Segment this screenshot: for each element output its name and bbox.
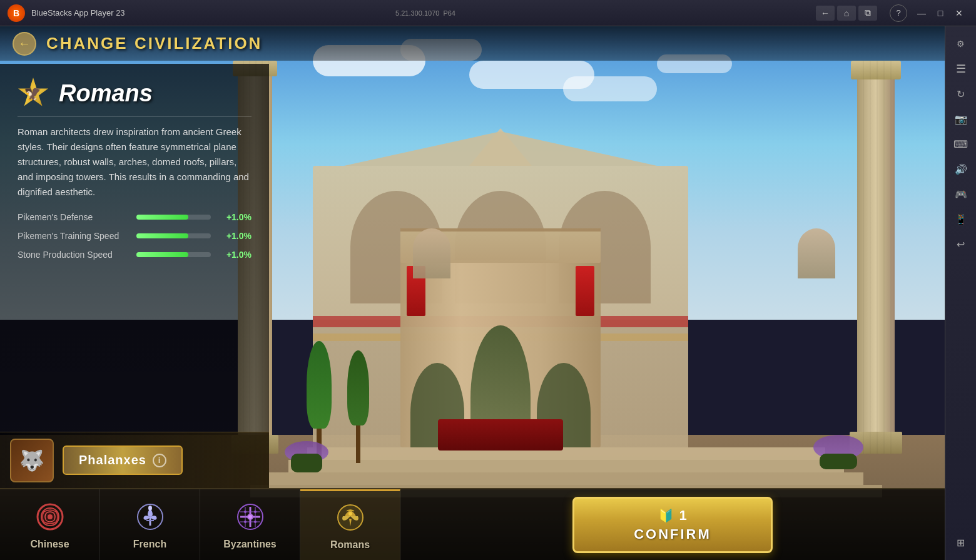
sidebar-apps-icon[interactable]: 📱 xyxy=(950,208,972,230)
confirm-cost-icon: 🔰 xyxy=(658,508,674,523)
unit-name-label: Phalanxes xyxy=(79,453,146,467)
confirm-count-row: 🔰 1 xyxy=(658,507,686,524)
romans-label: Romans xyxy=(330,539,370,551)
chinese-icon xyxy=(33,500,67,534)
confirm-section: 🔰 1 CONFIRM xyxy=(400,489,945,560)
confirm-label: CONFIRM xyxy=(634,526,711,542)
back-icon: ← xyxy=(18,36,31,51)
civ-name: Romans xyxy=(59,80,153,107)
statue-left xyxy=(413,228,450,278)
statue-right xyxy=(798,228,835,278)
red-carpet xyxy=(438,419,563,451)
unit-info-icon: i xyxy=(153,454,166,467)
unit-icon: 🐺 xyxy=(10,439,54,482)
stat-value-2: +1.0% xyxy=(217,231,252,241)
nav-controls: ← ⌂ ⧉ xyxy=(816,6,877,21)
sidebar-back-icon[interactable]: ↩ xyxy=(950,233,972,255)
stat-bar-3 xyxy=(136,252,211,257)
copy-nav-btn[interactable]: ⧉ xyxy=(858,6,877,21)
unit-name-button[interactable]: Phalanxes i xyxy=(63,445,183,475)
svg-point-1 xyxy=(48,514,53,519)
stat-bar-2 xyxy=(136,233,211,238)
svg-point-7 xyxy=(244,511,247,513)
titlebar: B BlueStacks App Player 23 5.21.300.1070… xyxy=(0,0,976,26)
french-icon xyxy=(133,500,167,534)
stat-label-3: Stone Production Speed xyxy=(18,250,130,260)
stat-fill-2 xyxy=(136,233,188,238)
svg-point-12 xyxy=(348,512,352,516)
confirm-count-num: 1 xyxy=(679,507,686,524)
civ-emblem: 🦅 xyxy=(18,78,49,109)
stats-container: Pikemen's Defense +1.0% Pikemen's Traini… xyxy=(18,212,252,260)
app-logo: B xyxy=(8,4,25,22)
svg-point-10 xyxy=(254,521,257,523)
sidebar-rotate-icon[interactable]: ↻ xyxy=(950,83,972,105)
back-nav-btn[interactable]: ← xyxy=(816,6,835,21)
civ-bar: Chinese French xyxy=(0,488,945,560)
right-column xyxy=(857,61,895,454)
civ-tab-chinese[interactable]: Chinese xyxy=(0,489,100,560)
special-unit-section: 🐺 Phalanxes i xyxy=(0,432,269,488)
stat-row-2: Pikemen's Training Speed +1.0% xyxy=(18,231,252,241)
confirm-button[interactable]: 🔰 1 CONFIRM xyxy=(572,497,773,553)
home-nav-btn[interactable]: ⌂ xyxy=(837,6,856,21)
tree-2 xyxy=(347,350,369,463)
right-sidebar: ⚙ ☰ ↻ 📷 ⌨ 🔊 🎮 📱 ↩ ⊞ xyxy=(945,26,976,560)
french-label: French xyxy=(133,539,166,550)
restore-button[interactable]: □ xyxy=(931,6,950,21)
civ-tab-romans[interactable]: Romans xyxy=(300,489,400,560)
civ-tab-french[interactable]: French xyxy=(100,489,200,560)
sidebar-expand-icon[interactable]: ⊞ xyxy=(950,531,972,554)
sidebar-keyboard-icon[interactable]: ⌨ xyxy=(950,133,972,155)
stat-value-3: +1.0% xyxy=(217,250,252,260)
svg-point-8 xyxy=(254,511,257,513)
header-bar: ← CHANGE CIVILIZATION xyxy=(0,26,945,61)
cloud-4 xyxy=(563,76,657,101)
sidebar-settings-icon[interactable]: ⚙ xyxy=(950,33,972,55)
sidebar-gamepad-icon[interactable]: 🎮 xyxy=(950,183,972,205)
page-title: CHANGE CIVILIZATION xyxy=(46,34,262,53)
sidebar-screenshot-icon[interactable]: 📷 xyxy=(950,108,972,130)
game-area: ← CHANGE CIVILIZATION 🦅 Romans Roman arc… xyxy=(0,26,945,560)
byzantines-icon xyxy=(233,500,267,534)
app-title: BlueStacks App Player 23 xyxy=(31,8,392,18)
app-version: 5.21.300.1070 xyxy=(395,9,439,17)
stat-value-1: +1.0% xyxy=(217,212,252,222)
sidebar-volume-icon[interactable]: 🔊 xyxy=(950,158,972,180)
info-panel: 🦅 Romans Roman architects drew inspirati… xyxy=(0,64,269,488)
help-button[interactable]: ? xyxy=(890,4,907,22)
flowers-right xyxy=(813,435,870,469)
app-build: P64 xyxy=(443,9,455,17)
flowers-left xyxy=(282,441,332,472)
sidebar-menu-icon[interactable]: ☰ xyxy=(950,58,972,80)
stat-fill-3 xyxy=(136,252,188,257)
stat-fill-1 xyxy=(136,215,188,220)
chinese-label: Chinese xyxy=(30,539,69,550)
svg-point-3 xyxy=(148,506,152,511)
back-button[interactable]: ← xyxy=(13,32,36,56)
svg-point-9 xyxy=(244,521,247,523)
minimize-button[interactable]: — xyxy=(912,6,931,21)
close-button[interactable]: ✕ xyxy=(950,6,968,21)
civ-title-row: 🦅 Romans xyxy=(18,78,252,117)
byzantines-label: Byzantines xyxy=(223,539,276,550)
stat-label-1: Pikemen's Defense xyxy=(18,212,130,222)
stat-bar-1 xyxy=(136,215,211,220)
svg-point-6 xyxy=(248,515,252,519)
stat-label-2: Pikemen's Training Speed xyxy=(18,231,130,241)
civ-tab-byzantines[interactable]: Byzantines xyxy=(200,489,300,560)
civ-description: Roman architects drew inspiration from a… xyxy=(18,125,252,200)
romans-icon xyxy=(333,501,367,534)
stat-row-3: Stone Production Speed +1.0% xyxy=(18,250,252,260)
stat-row-1: Pikemen's Defense +1.0% xyxy=(18,212,252,222)
